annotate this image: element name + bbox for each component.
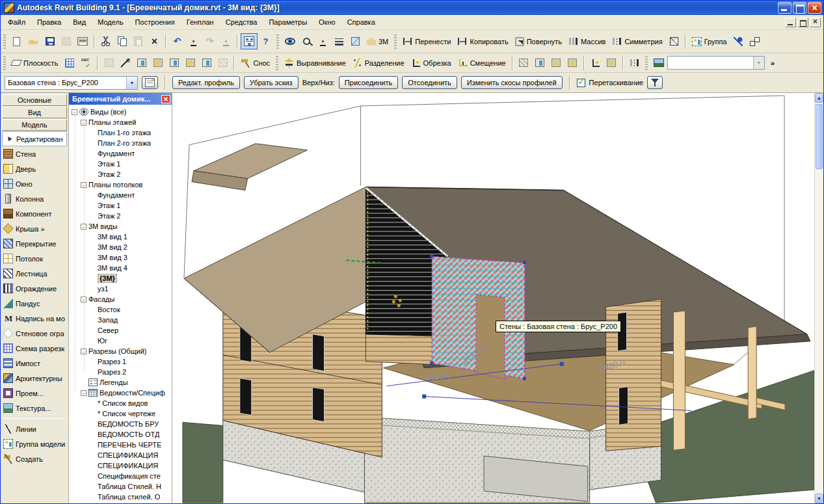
delete-button[interactable] — [146, 33, 163, 49]
tree-item[interactable]: 3М вид 4 — [69, 263, 172, 273]
design-bar-item-railing[interactable]: Ограждение — [2, 281, 67, 296]
paint-button[interactable] — [182, 55, 198, 71]
design-bar-item-roof[interactable]: Крыша » — [2, 221, 67, 236]
project-browser-toggle-button[interactable] — [241, 33, 258, 49]
undo-list-button[interactable] — [185, 33, 202, 49]
new-button[interactable] — [8, 33, 25, 49]
toolbar-grip[interactable] — [276, 56, 278, 70]
design-bar-item-curtain-system[interactable]: Стеновое огра — [2, 326, 67, 341]
design-bar-item-model-group[interactable]: Группа модели — [2, 436, 67, 451]
zoom-button[interactable] — [299, 33, 315, 49]
tree-item[interactable]: * Список видов — [69, 398, 172, 408]
tree-item[interactable]: Этаж 1 — [69, 159, 172, 169]
tree-item[interactable]: Запад — [69, 315, 172, 325]
workplane-button[interactable]: Плоскость — [8, 55, 61, 71]
remove-sketch-button[interactable]: Убрать эскиз — [244, 76, 299, 89]
align-button[interactable]: Выравнивание — [281, 55, 349, 71]
menu-item-Параметры[interactable]: Параметры — [263, 16, 313, 29]
rotate-button[interactable]: Повернуть — [512, 33, 565, 49]
drag-checkbox[interactable] — [577, 79, 585, 87]
match-type-button[interactable] — [117, 55, 133, 71]
tree-item[interactable]: Восток — [69, 304, 172, 315]
scrollbar-track[interactable] — [815, 170, 823, 494]
tree-item[interactable]: ВЕДОМОСТЬ ОТД — [69, 429, 172, 440]
tree-item[interactable]: СПЕЦИФИКАЦИЯ — [69, 450, 172, 460]
project-browser-close-icon[interactable]: ✕ — [161, 95, 170, 103]
roof-back-gable[interactable] — [192, 144, 308, 191]
split-button[interactable]: Разделение — [349, 55, 408, 71]
tree-item[interactable]: 3М вид 2 — [69, 242, 172, 252]
tree-item[interactable]: Легенды — [69, 377, 172, 388]
tree-item[interactable]: -Фасады — [69, 294, 172, 304]
toolbar-grip[interactable] — [394, 34, 397, 49]
grid-button[interactable] — [61, 55, 77, 71]
design-bar-item-decal[interactable]: Текстура... — [2, 401, 67, 416]
scale-button[interactable] — [666, 33, 682, 49]
tree-item[interactable]: ВЕДОМОСТЬ БРУ — [69, 419, 172, 429]
design-bar-item-floor[interactable]: Перекрытие — [2, 236, 67, 251]
design-bar-item-ramp[interactable]: Пандус — [2, 296, 67, 311]
zoom-list-button[interactable] — [315, 33, 331, 49]
tree-item[interactable]: План 2-го этажа — [69, 138, 172, 148]
tree-item[interactable]: 3М вид 1 — [69, 232, 172, 242]
tree-collapse-icon[interactable]: - — [81, 390, 86, 396]
tree-collapse-icon[interactable]: - — [81, 349, 86, 354]
design-bar-item-column[interactable]: Колонна — [2, 191, 67, 206]
tree-item[interactable]: -Ведомости/Специф — [69, 388, 172, 398]
tree-item[interactable]: Таблица стилей. О — [69, 492, 172, 502]
menu-item-Вид[interactable]: Вид — [67, 16, 92, 29]
pin-button[interactable] — [730, 33, 747, 49]
tree-item[interactable]: -Виды (все) — [69, 107, 172, 117]
beam-join-button[interactable] — [626, 55, 643, 71]
tree-item[interactable]: Спецификация сте — [69, 471, 172, 481]
design-bar-item-host-sweep[interactable]: Архитектурны — [2, 371, 67, 386]
demolish-button[interactable]: Снос — [237, 55, 273, 71]
array-button[interactable]: Массив — [565, 33, 609, 49]
demolish-fill-button[interactable] — [516, 55, 532, 71]
wall-join-button[interactable] — [548, 55, 565, 71]
undo-button[interactable] — [169, 33, 185, 49]
scroll-up-icon[interactable]: ▲ — [815, 93, 823, 103]
tree-item[interactable]: План 1-го этажа — [69, 127, 172, 138]
tree-collapse-icon[interactable]: - — [81, 224, 86, 230]
design-bar-item-lines[interactable]: Линии — [2, 421, 67, 436]
detach-button[interactable]: Отсоединить — [402, 76, 457, 89]
menu-item-Окно[interactable]: Окно — [313, 16, 341, 29]
tree-item[interactable]: -3М виды — [69, 221, 172, 232]
tree-item[interactable]: Разрез 2 — [69, 367, 172, 377]
design-bar-item-door[interactable]: Дверь — [2, 161, 67, 176]
design-bar-item-window[interactable]: Окно — [2, 176, 67, 191]
scroll-down-icon[interactable]: ▼ — [815, 494, 823, 503]
move-button[interactable]: Перенести — [399, 33, 454, 49]
edit-slopes-button[interactable]: Изменить скосы профилей — [461, 76, 563, 89]
toolbar-grip[interactable] — [3, 34, 6, 49]
design-bar-tab-Вид[interactable]: Вид — [2, 107, 67, 118]
filter-button[interactable] — [647, 76, 663, 89]
toolbar-grip[interactable] — [276, 34, 279, 49]
design-bar-tab-Основные[interactable]: Основные — [2, 94, 67, 106]
toolbar-grip[interactable] — [645, 56, 648, 70]
design-bar-item-curtain-grid[interactable]: Схема разрезк — [2, 341, 67, 356]
save-button[interactable] — [42, 33, 58, 49]
tree-item[interactable]: Разрез 1 — [69, 356, 172, 367]
menu-item-Модель[interactable]: Модель — [92, 16, 129, 29]
menu-item-Построения[interactable]: Построения — [129, 16, 181, 29]
house-model-3d[interactable]: 4785.0 5480.0 4400.0 — [172, 93, 814, 503]
open-button[interactable] — [25, 33, 42, 49]
edit-profile-button[interactable]: Редакт. профиль — [172, 76, 240, 89]
tree-item[interactable]: Фундамент — [69, 190, 172, 200]
tree-collapse-icon[interactable]: - — [81, 182, 86, 188]
tree-item[interactable]: 3М вид 3 — [69, 252, 172, 263]
tree-collapse-icon[interactable]: - — [72, 109, 77, 115]
tree-collapse-icon[interactable]: - — [81, 120, 86, 126]
tree-item[interactable]: {3М} — [69, 273, 172, 284]
toolbar-grip[interactable] — [3, 56, 6, 70]
mirror-button[interactable]: Симметрия — [609, 33, 665, 49]
door-opening[interactable] — [476, 295, 505, 379]
render-button[interactable] — [650, 55, 667, 71]
tree-item[interactable]: Этаж 1 — [69, 200, 172, 211]
design-bar-item-modify-cursor[interactable]: Редактирован — [2, 131, 67, 146]
type-selector-combo[interactable]: Базовая стена : Брус_Р200 ▼ — [5, 76, 138, 90]
design-bar-item-create[interactable]: Создать — [2, 451, 67, 466]
cut-button[interactable] — [98, 33, 114, 49]
